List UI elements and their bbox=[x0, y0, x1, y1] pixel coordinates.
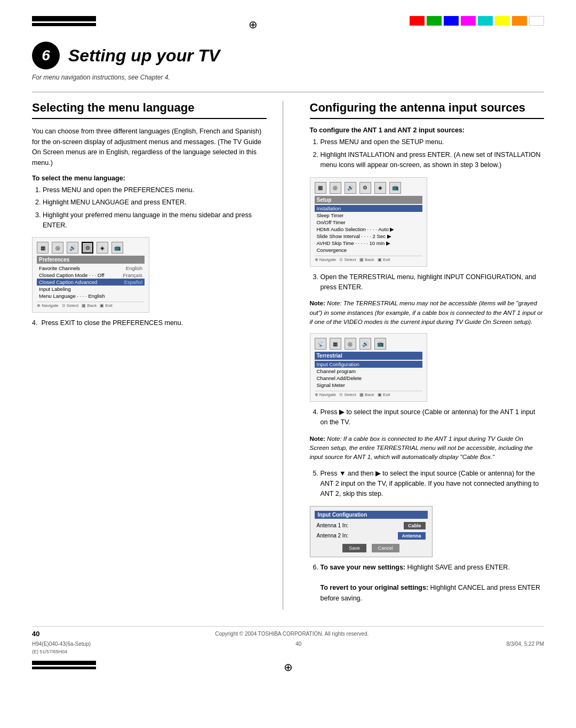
chapter-subtitle: For menu navigation instructions, see Ch… bbox=[32, 74, 544, 81]
bottom-left-bars bbox=[32, 661, 96, 674]
pref-item-5: Menu Language · · · · English bbox=[37, 292, 145, 299]
setup-screenshot: ▦ ◎ 🔊 ⚙ ◈ 📺 Setup Installation Sleep Tim… bbox=[310, 177, 427, 267]
color-bar-white bbox=[529, 16, 544, 26]
setup-item-installation: Installation bbox=[315, 205, 422, 212]
setup-nav-back: ▦ Back bbox=[359, 257, 374, 262]
pref-nav-navigate: ⊕ Navigate bbox=[37, 303, 59, 308]
pref-nav-bar: ⊕ Navigate ⊙ Select ▦ Back ▣ Exit bbox=[37, 302, 145, 308]
pref-item-4: Input Labeling bbox=[37, 286, 145, 292]
input-config-label-1: Antenna 1 In: bbox=[317, 523, 349, 528]
right-step-6-bold: To save your new settings: bbox=[321, 564, 406, 571]
footer-code-right: 8/3/04, 5:22 PM bbox=[506, 641, 544, 647]
bottom-right-space bbox=[480, 661, 544, 674]
footer-code-center: 40 bbox=[295, 641, 301, 647]
pref-nav-select: ⊙ Select bbox=[62, 303, 78, 308]
note-text-1: Note: Note: The TERRESTRIAL menu may not… bbox=[310, 299, 545, 327]
bottom-bar-1 bbox=[32, 661, 96, 665]
setup-nav-navigate: ⊕ Navigate bbox=[315, 257, 337, 262]
pref-item-2: Closed Caption Mode · · · Off Français bbox=[37, 272, 145, 279]
page-number: 40 bbox=[32, 630, 39, 638]
top-decorative-bars: ⊕ bbox=[32, 16, 544, 31]
input-config-label-2: Antenna 2 In: bbox=[317, 533, 349, 539]
copyright-text: Copyright © 2004 TOSHIBA CORPORATION. Al… bbox=[215, 631, 369, 637]
setup-icon-4: ⚙ bbox=[359, 182, 371, 194]
color-bar-yellow bbox=[495, 16, 510, 26]
left-step-4: 4. Press EXIT to close the PREFERENCES m… bbox=[32, 318, 267, 328]
left-sub-heading: To select the menu language: bbox=[32, 175, 267, 182]
footer-bar: 40 Copyright © 2004 TOSHIBA CORPORATION.… bbox=[32, 626, 544, 638]
terrestrial-icon-row: 📡 ▦ ◎ 🔊 📺 bbox=[315, 338, 422, 350]
setup-item-convergence: Convergence bbox=[315, 247, 422, 254]
color-bar-green bbox=[427, 16, 442, 26]
top-bar-2 bbox=[32, 23, 96, 26]
pref-menu-title: Preferences bbox=[37, 256, 145, 264]
color-bar-cyan bbox=[478, 16, 493, 26]
preferences-screenshot: ▦ ◎ 🔊 ⚙ ◈ 📺 Preferences Favorite Channel… bbox=[32, 237, 149, 313]
color-bar-orange bbox=[512, 16, 527, 26]
color-bar-red bbox=[410, 16, 425, 26]
pref-icon-4-selected: ⚙ bbox=[82, 242, 93, 254]
left-step-3: Highlight your preferred menu language i… bbox=[43, 210, 267, 231]
right-step-6-text: Highlight SAVE and press ENTER. bbox=[407, 564, 510, 571]
pref-icon-5: ◈ bbox=[97, 242, 108, 254]
pref-item-3: Closed Caption Advanced Español bbox=[37, 279, 145, 286]
setup-menu-title: Setup bbox=[315, 196, 422, 204]
left-body-text: You can choose from three different lang… bbox=[32, 126, 267, 168]
terr-icon-4: 🔊 bbox=[359, 338, 371, 350]
right-steps-list-3: Press ▶ to select the input source (Cabl… bbox=[321, 407, 545, 428]
setup-nav-exit: ▣ Exit bbox=[378, 257, 390, 262]
pref-item-2-label: Closed Caption Mode · · · Off bbox=[39, 272, 104, 278]
right-step-1: Press MENU and open the SETUP menu. bbox=[321, 137, 545, 147]
setup-item-avhd-label: AVHD Skip Time · · · · · 10 min ▶ bbox=[317, 240, 390, 246]
bottom-center-compass: ⊕ bbox=[284, 661, 293, 674]
terr-nav-navigate: ⊕ Navigate bbox=[315, 392, 337, 397]
terr-item-4: Signal Meter bbox=[315, 382, 422, 389]
setup-item-convergence-label: Convergence bbox=[317, 247, 347, 253]
right-step-6b-bold: To revert to your original settings: bbox=[321, 584, 429, 591]
note-box-1: Note: Note: The TERRESTRIAL menu may not… bbox=[310, 299, 545, 327]
terr-item-2: Channel program bbox=[315, 368, 422, 375]
note-label-1: Note: bbox=[310, 300, 325, 306]
input-config-cancel-btn[interactable]: Cancel bbox=[372, 544, 399, 552]
right-steps-list-1: Press MENU and open the SETUP menu. High… bbox=[321, 137, 545, 170]
setup-nav-bar: ⊕ Navigate ⊙ Select ▦ Back ▣ Exit bbox=[315, 256, 422, 262]
setup-item-hdmi: HDMI Audio Selection · · · · Auto ▶ bbox=[315, 226, 422, 233]
top-center-compass: ⊕ bbox=[249, 18, 258, 31]
top-bar-1 bbox=[32, 16, 96, 21]
pref-item-1: Favorite Channels English bbox=[37, 265, 145, 272]
pref-item-4-label: Input Labeling bbox=[39, 286, 71, 292]
right-step-6: To save your new settings: Highlight SAV… bbox=[321, 563, 545, 604]
setup-item-onoff: On/Off Timer bbox=[315, 219, 422, 226]
left-section-heading: Selecting the menu language bbox=[32, 101, 267, 119]
note-label-2: Note: bbox=[310, 436, 325, 442]
terr-nav-exit: ▣ Exit bbox=[378, 392, 390, 397]
pref-icon-3: 🔊 bbox=[67, 242, 78, 254]
setup-nav-select: ⊙ Select bbox=[339, 257, 356, 262]
setup-item-installation-label: Installation bbox=[317, 205, 341, 211]
setup-icon-5: ◈ bbox=[374, 182, 386, 194]
note-box-2: Note: Note: If a cable box is connected … bbox=[310, 434, 545, 462]
terr-item-2-label: Channel program bbox=[317, 368, 356, 374]
setup-item-avhd: AVHD Skip Time · · · · · 10 min ▶ bbox=[315, 240, 422, 247]
terr-item-4-label: Signal Meter bbox=[317, 382, 345, 388]
pref-nav-back: ▦ Back bbox=[82, 303, 97, 308]
screenshot-icon-row: ▦ ◎ 🔊 ⚙ ◈ 📺 bbox=[37, 242, 145, 254]
input-config-save-btn[interactable]: Save bbox=[342, 544, 366, 552]
chapter-title: Setting up your TV bbox=[68, 46, 220, 66]
main-divider bbox=[32, 92, 544, 92]
left-steps-list: Press MENU and open the PREFERENCES menu… bbox=[43, 185, 267, 231]
left-step-1: Press MENU and open the PREFERENCES menu… bbox=[43, 185, 267, 195]
terr-item-3: Channel Add/Delete bbox=[315, 375, 422, 382]
setup-item-onoff-label: On/Off Timer bbox=[317, 219, 346, 225]
color-bar-blue bbox=[444, 16, 459, 26]
setup-icon-1: ▦ bbox=[315, 182, 326, 194]
top-left-bars bbox=[32, 16, 96, 26]
terr-icon-3: ◎ bbox=[345, 338, 356, 350]
setup-item-hdmi-label: HDMI Audio Selection · · · · Auto ▶ bbox=[317, 226, 395, 232]
pref-item-1-val: English bbox=[126, 265, 142, 271]
pref-nav-exit: ▣ Exit bbox=[100, 303, 113, 308]
right-step-5: Press ▼ and then ▶ to select the input s… bbox=[321, 469, 545, 500]
right-steps-list-4: Press ▼ and then ▶ to select the input s… bbox=[321, 469, 545, 500]
footer-codes-row: H94(E)040-43(6a-Setup) 40 8/3/04, 5:22 P… bbox=[32, 641, 544, 647]
right-step-3: Open the TERRESTRIAL menu, highlight INP… bbox=[321, 272, 545, 293]
